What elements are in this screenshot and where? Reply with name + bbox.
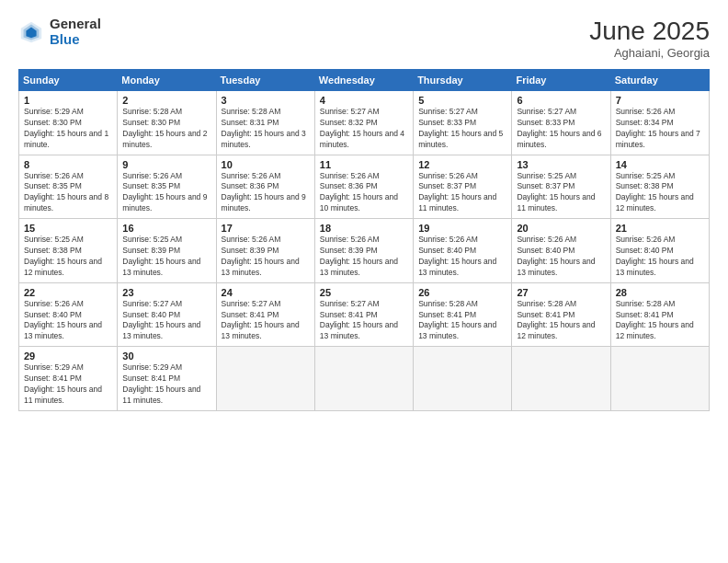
calendar-day-cell: 18Sunrise: 5:26 AMSunset: 8:39 PMDayligh… xyxy=(314,219,413,283)
header-cell-thursday: Thursday xyxy=(414,70,512,91)
day-detail: Sunrise: 5:25 AMSunset: 8:38 PMDaylight:… xyxy=(616,171,704,215)
day-detail: Sunrise: 5:25 AMSunset: 8:38 PMDaylight:… xyxy=(24,235,112,279)
day-detail: Sunrise: 5:26 AMSunset: 8:39 PMDaylight:… xyxy=(320,235,408,279)
day-number: 1 xyxy=(24,95,112,106)
day-number: 5 xyxy=(418,95,506,106)
day-number: 28 xyxy=(616,287,704,298)
day-detail: Sunrise: 5:26 AMSunset: 8:36 PMDaylight:… xyxy=(222,171,310,215)
calendar-week-row: 22Sunrise: 5:26 AMSunset: 8:40 PMDayligh… xyxy=(19,282,710,347)
calendar-day-cell: 3Sunrise: 5:28 AMSunset: 8:31 PMDaylight… xyxy=(216,91,314,155)
day-number: 17 xyxy=(222,223,310,234)
calendar-day-cell: 27Sunrise: 5:28 AMSunset: 8:41 PMDayligh… xyxy=(512,282,610,347)
title-month: June 2025 xyxy=(589,17,710,46)
day-detail: Sunrise: 5:26 AMSunset: 8:40 PMDaylight:… xyxy=(616,235,704,279)
day-detail: Sunrise: 5:25 AMSunset: 8:37 PMDaylight:… xyxy=(517,171,605,215)
day-number: 19 xyxy=(418,223,506,234)
day-number: 3 xyxy=(222,95,310,106)
day-detail: Sunrise: 5:27 AMSunset: 8:41 PMDaylight:… xyxy=(222,299,310,343)
day-detail: Sunrise: 5:26 AMSunset: 8:39 PMDaylight:… xyxy=(222,235,310,279)
logo-icon xyxy=(18,19,44,45)
day-number: 27 xyxy=(517,287,605,298)
day-number: 20 xyxy=(517,223,605,234)
header-cell-monday: Monday xyxy=(118,70,216,91)
day-number: 8 xyxy=(24,159,112,170)
day-detail: Sunrise: 5:28 AMSunset: 8:30 PMDaylight:… xyxy=(122,107,210,151)
calendar-day-cell: 12Sunrise: 5:26 AMSunset: 8:37 PMDayligh… xyxy=(414,155,512,219)
day-number: 15 xyxy=(24,223,112,234)
day-number: 22 xyxy=(24,287,112,298)
header-cell-sunday: Sunday xyxy=(19,70,118,91)
day-detail: Sunrise: 5:26 AMSunset: 8:35 PMDaylight:… xyxy=(24,171,112,215)
calendar-table: SundayMondayTuesdayWednesdayThursdayFrid… xyxy=(18,69,710,411)
day-number: 23 xyxy=(122,287,210,298)
calendar-day-cell: 21Sunrise: 5:26 AMSunset: 8:40 PMDayligh… xyxy=(610,219,709,283)
day-detail: Sunrise: 5:26 AMSunset: 8:40 PMDaylight:… xyxy=(418,235,506,279)
calendar-day-cell: 30Sunrise: 5:29 AMSunset: 8:41 PMDayligh… xyxy=(118,347,216,411)
logo-general: General xyxy=(50,16,101,31)
day-number: 2 xyxy=(122,95,210,106)
day-number: 25 xyxy=(320,287,408,298)
calendar-day-cell: 29Sunrise: 5:29 AMSunset: 8:41 PMDayligh… xyxy=(19,347,118,411)
calendar-day-cell: 13Sunrise: 5:25 AMSunset: 8:37 PMDayligh… xyxy=(512,155,610,219)
day-detail: Sunrise: 5:29 AMSunset: 8:41 PMDaylight:… xyxy=(24,362,112,407)
calendar-day-cell: 16Sunrise: 5:25 AMSunset: 8:39 PMDayligh… xyxy=(118,219,216,283)
calendar-header-row: SundayMondayTuesdayWednesdayThursdayFrid… xyxy=(19,70,710,91)
header: General Blue June 2025 Aghaiani, Georgia xyxy=(18,17,710,60)
day-number: 18 xyxy=(320,223,408,234)
calendar-day-cell: 1Sunrise: 5:29 AMSunset: 8:30 PMDaylight… xyxy=(19,91,118,155)
day-number: 30 xyxy=(122,350,210,362)
calendar-day-cell xyxy=(314,347,413,411)
day-number: 24 xyxy=(222,287,310,298)
day-number: 11 xyxy=(320,159,408,170)
logo: General Blue xyxy=(18,17,101,47)
day-detail: Sunrise: 5:25 AMSunset: 8:39 PMDaylight:… xyxy=(122,235,210,279)
day-detail: Sunrise: 5:26 AMSunset: 8:37 PMDaylight:… xyxy=(418,171,506,215)
day-detail: Sunrise: 5:26 AMSunset: 8:36 PMDaylight:… xyxy=(320,171,408,215)
calendar-day-cell: 7Sunrise: 5:26 AMSunset: 8:34 PMDaylight… xyxy=(610,91,709,155)
calendar-day-cell: 26Sunrise: 5:28 AMSunset: 8:41 PMDayligh… xyxy=(414,282,512,347)
calendar-week-row: 1Sunrise: 5:29 AMSunset: 8:30 PMDaylight… xyxy=(19,91,710,155)
header-cell-friday: Friday xyxy=(512,70,610,91)
day-number: 26 xyxy=(418,287,506,298)
day-detail: Sunrise: 5:27 AMSunset: 8:41 PMDaylight:… xyxy=(320,299,408,343)
calendar-day-cell: 10Sunrise: 5:26 AMSunset: 8:36 PMDayligh… xyxy=(216,155,314,219)
day-detail: Sunrise: 5:27 AMSunset: 8:40 PMDaylight:… xyxy=(122,299,210,343)
calendar-day-cell: 15Sunrise: 5:25 AMSunset: 8:38 PMDayligh… xyxy=(19,219,118,283)
day-detail: Sunrise: 5:26 AMSunset: 8:34 PMDaylight:… xyxy=(616,107,704,151)
calendar-day-cell xyxy=(610,347,709,411)
calendar-day-cell: 6Sunrise: 5:27 AMSunset: 8:33 PMDaylight… xyxy=(512,91,610,155)
day-number: 14 xyxy=(616,159,704,170)
logo-text: General Blue xyxy=(50,17,101,47)
calendar-day-cell: 2Sunrise: 5:28 AMSunset: 8:30 PMDaylight… xyxy=(118,91,216,155)
title-block: June 2025 Aghaiani, Georgia xyxy=(589,17,710,60)
header-cell-saturday: Saturday xyxy=(610,70,709,91)
day-number: 29 xyxy=(24,350,112,362)
day-detail: Sunrise: 5:27 AMSunset: 8:33 PMDaylight:… xyxy=(517,107,605,151)
calendar-day-cell: 8Sunrise: 5:26 AMSunset: 8:35 PMDaylight… xyxy=(19,155,118,219)
calendar-day-cell: 24Sunrise: 5:27 AMSunset: 8:41 PMDayligh… xyxy=(216,282,314,347)
calendar-day-cell: 9Sunrise: 5:26 AMSunset: 8:35 PMDaylight… xyxy=(118,155,216,219)
calendar-day-cell: 22Sunrise: 5:26 AMSunset: 8:40 PMDayligh… xyxy=(19,282,118,347)
header-cell-tuesday: Tuesday xyxy=(216,70,314,91)
day-detail: Sunrise: 5:29 AMSunset: 8:41 PMDaylight:… xyxy=(122,362,210,407)
calendar-day-cell: 4Sunrise: 5:27 AMSunset: 8:32 PMDaylight… xyxy=(314,91,413,155)
calendar-week-row: 8Sunrise: 5:26 AMSunset: 8:35 PMDaylight… xyxy=(19,155,710,219)
day-detail: Sunrise: 5:26 AMSunset: 8:40 PMDaylight:… xyxy=(24,299,112,343)
day-number: 10 xyxy=(222,159,310,170)
day-number: 6 xyxy=(517,95,605,106)
calendar-day-cell: 17Sunrise: 5:26 AMSunset: 8:39 PMDayligh… xyxy=(216,219,314,283)
title-location: Aghaiani, Georgia xyxy=(589,46,710,60)
header-cell-wednesday: Wednesday xyxy=(314,70,413,91)
day-detail: Sunrise: 5:29 AMSunset: 8:30 PMDaylight:… xyxy=(24,107,112,151)
day-detail: Sunrise: 5:26 AMSunset: 8:35 PMDaylight:… xyxy=(122,171,210,215)
calendar-day-cell: 23Sunrise: 5:27 AMSunset: 8:40 PMDayligh… xyxy=(118,282,216,347)
day-number: 12 xyxy=(418,159,506,170)
day-detail: Sunrise: 5:26 AMSunset: 8:40 PMDaylight:… xyxy=(517,235,605,279)
day-number: 21 xyxy=(616,223,704,234)
calendar-day-cell: 28Sunrise: 5:28 AMSunset: 8:41 PMDayligh… xyxy=(610,282,709,347)
day-detail: Sunrise: 5:27 AMSunset: 8:32 PMDaylight:… xyxy=(320,107,408,151)
calendar-day-cell: 11Sunrise: 5:26 AMSunset: 8:36 PMDayligh… xyxy=(314,155,413,219)
day-number: 4 xyxy=(320,95,408,106)
day-detail: Sunrise: 5:28 AMSunset: 8:41 PMDaylight:… xyxy=(418,299,506,343)
calendar-day-cell: 5Sunrise: 5:27 AMSunset: 8:33 PMDaylight… xyxy=(414,91,512,155)
